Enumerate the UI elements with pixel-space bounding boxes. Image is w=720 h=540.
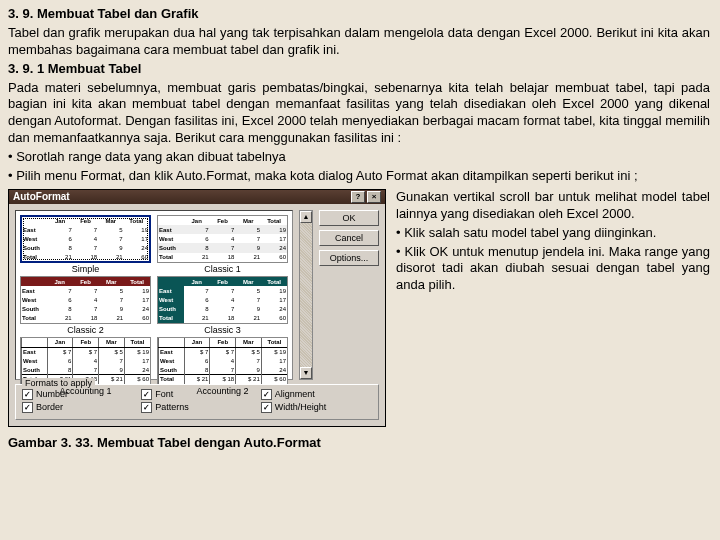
- autoformat-dialog: AutoFormat ? × JanFebMarTotalEast77519We…: [8, 189, 386, 427]
- format-gallery: JanFebMarTotalEast77519West64717South879…: [15, 210, 293, 380]
- format-thumb-classic2[interactable]: JanFebMarTotalEast77519West64717South879…: [20, 276, 151, 335]
- check-border[interactable]: ✓Border: [22, 402, 133, 413]
- bullet-2: • Pilih menu Format, dan klik Auto.Forma…: [8, 168, 710, 185]
- cancel-button[interactable]: Cancel: [319, 230, 379, 246]
- scroll-down-icon[interactable]: ▼: [300, 367, 312, 379]
- options-button[interactable]: Options...: [319, 250, 379, 266]
- format-thumb-classic3[interactable]: JanFebMarTotalEast77519West64717South879…: [157, 276, 288, 335]
- intro-paragraph: Tabel dan grafik merupakan dua hal yang …: [8, 25, 710, 59]
- bullet-1: • Sorotlah range data yang akan dibuat t…: [8, 149, 710, 166]
- check-alignment[interactable]: ✓Alignment: [261, 389, 372, 400]
- check-font[interactable]: ✓Font: [141, 389, 252, 400]
- check-patterns[interactable]: ✓Patterns: [141, 402, 252, 413]
- format-thumb-classic1[interactable]: JanFebMarTotalEast77519West64717South879…: [157, 215, 288, 274]
- dialog-title: AutoFormat: [13, 191, 70, 202]
- check-widthheight[interactable]: ✓Width/Height: [261, 402, 372, 413]
- format-thumb-simple[interactable]: JanFebMarTotalEast77519West64717South879…: [20, 215, 151, 274]
- sample-table: JanFebMarTotalEast77519West64717South879…: [22, 217, 149, 261]
- close-icon[interactable]: ×: [367, 191, 381, 203]
- check-number[interactable]: ✓Number: [22, 389, 133, 400]
- dialog-titlebar[interactable]: AutoFormat ? ×: [9, 190, 385, 204]
- heading-1: 3. 9. Membuat Tabel dan Grafik: [8, 6, 710, 23]
- gallery-scrollbar[interactable]: ▲ ▼: [299, 210, 313, 380]
- figure-caption: Gambar 3. 33. Membuat Tabel dengan Auto.…: [8, 435, 710, 450]
- heading-2: 3. 9. 1 Membuat Tabel: [8, 61, 710, 78]
- ok-button[interactable]: OK: [319, 210, 379, 226]
- help-icon[interactable]: ?: [351, 191, 365, 203]
- formats-to-apply-group: ✓Number ✓Font ✓Alignment ✓Border ✓Patter…: [15, 384, 379, 420]
- scroll-up-icon[interactable]: ▲: [300, 211, 312, 223]
- side-instructions: Gunakan vertikal scroll bar untuk meliha…: [396, 189, 710, 427]
- body-paragraph: Pada materi sebelumnya, membuat garis pe…: [8, 80, 710, 148]
